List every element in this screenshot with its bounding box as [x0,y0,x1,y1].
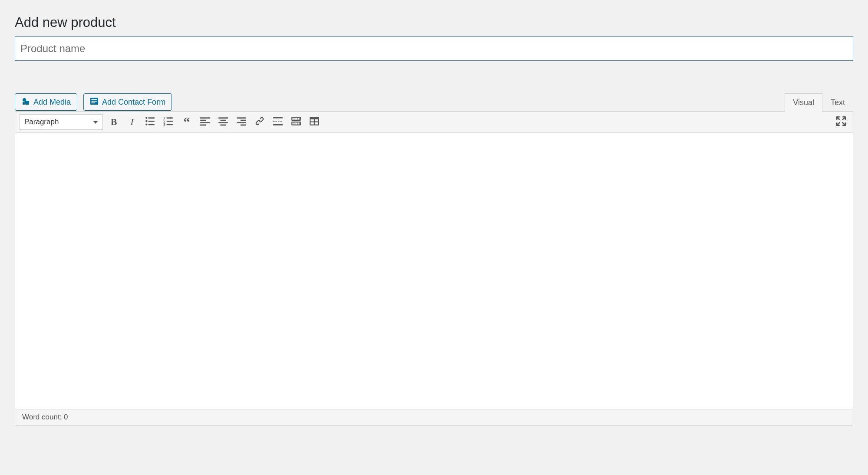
link-icon [254,115,265,129]
tab-visual[interactable]: Visual [785,93,822,112]
svg-rect-18 [167,124,173,125]
align-right-button[interactable] [234,115,249,129]
bold-icon: B [111,116,117,128]
svg-rect-48 [310,122,314,125]
svg-point-11 [145,123,147,125]
svg-rect-8 [149,117,155,119]
svg-rect-46 [310,119,314,122]
editor-toolbar: Paragraph B I 123 “ [15,112,853,133]
align-right-icon [236,115,247,129]
svg-rect-2 [23,102,25,105]
add-media-label: Add Media [33,98,71,107]
page-title: Add new product [15,15,853,30]
svg-rect-4 [92,99,97,100]
status-bar: Word count: 0 [15,409,853,425]
editor-tabs: Visual Text [785,93,853,111]
numbered-list-button[interactable]: 123 [161,115,176,129]
svg-rect-41 [292,122,294,124]
table-icon [309,115,320,129]
fullscreen-icon [835,115,847,129]
svg-rect-24 [221,120,226,121]
svg-rect-49 [315,122,318,125]
toolbar-toggle-button[interactable] [289,115,304,129]
add-contact-form-label: Add Contact Form [102,98,165,107]
link-button[interactable] [252,115,267,129]
svg-rect-29 [237,122,246,123]
svg-rect-22 [200,125,206,126]
align-left-button[interactable] [198,115,212,129]
svg-rect-43 [296,122,297,124]
svg-rect-5 [92,101,97,102]
media-icon [21,97,30,108]
svg-rect-28 [241,120,246,121]
blockquote-icon: “ [184,119,190,125]
product-name-input[interactable] [15,36,853,61]
svg-rect-31 [273,117,283,118]
italic-icon: I [130,116,133,128]
svg-rect-1 [25,101,29,105]
editor-box: Paragraph B I 123 “ [15,111,853,426]
toolbar-toggle-icon [290,115,302,129]
tab-text[interactable]: Text [822,93,853,112]
align-left-icon [199,115,211,129]
svg-rect-34 [273,124,283,125]
svg-point-9 [145,120,147,122]
add-contact-form-button[interactable]: Add Contact Form [83,93,172,111]
svg-rect-30 [241,125,246,126]
svg-text:3: 3 [163,122,165,127]
svg-rect-21 [200,122,210,123]
svg-rect-19 [200,117,210,119]
svg-rect-37 [294,118,296,119]
svg-rect-42 [294,122,296,124]
form-icon [90,97,99,108]
svg-rect-10 [149,121,155,122]
svg-rect-6 [92,102,95,103]
word-count-label: Word count: 0 [22,413,68,421]
fullscreen-button[interactable] [834,115,848,129]
table-button[interactable] [307,115,322,129]
svg-rect-47 [315,119,318,122]
read-more-button[interactable] [271,115,285,129]
read-more-icon [272,115,284,129]
bullet-list-button[interactable] [143,115,158,129]
chevron-down-icon [93,121,98,124]
bullet-list-icon [145,115,156,129]
numbered-list-icon: 123 [163,115,174,129]
svg-rect-25 [218,122,228,123]
add-media-button[interactable]: Add Media [15,93,77,111]
svg-rect-26 [221,125,226,126]
svg-rect-20 [200,120,206,121]
bold-button[interactable]: B [106,115,121,129]
svg-rect-38 [296,118,297,119]
format-select-label: Paragraph [24,118,59,126]
blockquote-button[interactable]: “ [179,115,194,129]
svg-point-7 [145,117,147,119]
svg-rect-39 [298,118,299,119]
svg-rect-16 [167,121,173,122]
format-select[interactable]: Paragraph [20,114,103,130]
svg-rect-36 [292,118,294,119]
italic-button[interactable]: I [125,115,139,129]
align-center-icon [218,115,229,129]
svg-rect-23 [218,117,228,119]
svg-rect-12 [149,124,155,125]
svg-rect-44 [298,122,299,124]
content-editor[interactable] [15,133,853,409]
align-center-button[interactable] [216,115,231,129]
svg-rect-27 [237,117,246,119]
svg-rect-14 [167,117,173,119]
